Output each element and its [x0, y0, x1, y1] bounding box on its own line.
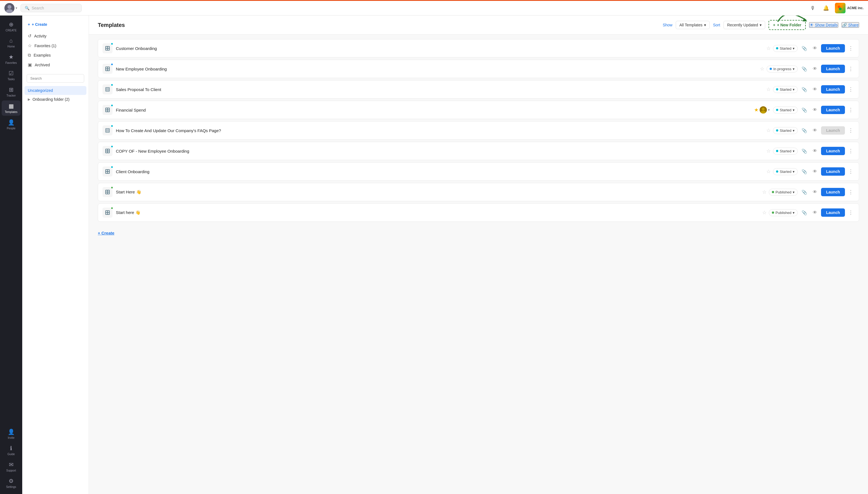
star-button[interactable]: ☆: [766, 86, 771, 92]
star-button[interactable]: ☆: [766, 127, 771, 133]
sidebar-item-support[interactable]: ✉ Support: [2, 459, 21, 474]
share-button[interactable]: 🔗 Share: [842, 22, 859, 28]
preview-icon[interactable]: 👁: [811, 209, 819, 216]
sidebar-item-create[interactable]: ⊕ CREATE: [2, 19, 21, 34]
launch-button[interactable]: Launch: [821, 106, 845, 114]
status-badge[interactable]: Published ▾: [769, 189, 798, 196]
link-icon[interactable]: 📎: [800, 209, 809, 216]
user-dropdown-icon[interactable]: ▾: [768, 108, 770, 112]
show-label[interactable]: Show: [663, 23, 672, 27]
top-search-box[interactable]: 🔍 Search: [21, 4, 82, 12]
status-badge[interactable]: Started ▾: [773, 168, 798, 175]
more-options-button[interactable]: ⋮: [847, 106, 854, 114]
nav-item-favorites[interactable]: ☆ Favorites (1): [24, 41, 86, 51]
avatar-dropdown-icon[interactable]: ▾: [16, 6, 17, 10]
preview-icon[interactable]: 👁: [811, 106, 819, 114]
preview-icon[interactable]: 👁: [811, 168, 819, 175]
sort-label[interactable]: Sort: [713, 23, 720, 27]
sort-dropdown[interactable]: Recently Updated ▾: [724, 21, 765, 29]
link-icon[interactable]: 📎: [800, 45, 809, 52]
template-row: COPY OF - New Employee Onboarding ☆ Star…: [98, 142, 859, 160]
preview-icon[interactable]: 👁: [811, 45, 819, 52]
svg-rect-9: [108, 46, 109, 48]
link-icon[interactable]: 📎: [800, 168, 809, 175]
sidebar-item-templates[interactable]: ▦ Templates: [2, 100, 21, 116]
folder-item-uncategorized[interactable]: Uncategorized: [24, 86, 86, 95]
template-icon: [103, 146, 112, 156]
link-icon[interactable]: 📎: [800, 147, 809, 155]
link-icon[interactable]: 📎: [800, 86, 809, 93]
link-icon[interactable]: 📎: [800, 65, 809, 73]
more-options-button[interactable]: ⋮: [847, 85, 854, 94]
preview-icon[interactable]: 👁: [811, 127, 819, 134]
star-button[interactable]: ☆: [766, 169, 771, 175]
more-options-button[interactable]: ⋮: [847, 188, 854, 196]
more-options-button[interactable]: ⋮: [847, 147, 854, 155]
svg-rect-52: [108, 213, 109, 214]
status-badge[interactable]: Published ▾: [769, 209, 798, 216]
preview-icon[interactable]: 👁: [811, 188, 819, 196]
launch-button[interactable]: Launch: [821, 147, 845, 155]
status-badge[interactable]: In progress ▾: [766, 65, 798, 72]
preview-icon[interactable]: 👁: [811, 65, 819, 72]
new-folder-button[interactable]: + + New Folder: [768, 20, 806, 30]
nav-item-activity[interactable]: ↺ Activity: [24, 31, 86, 41]
sidebar-label-support: Support: [6, 469, 16, 472]
bell-icon[interactable]: 🔔: [821, 4, 831, 13]
user-avatar[interactable]: [4, 3, 15, 13]
launch-button[interactable]: Launch: [821, 167, 845, 176]
star-button[interactable]: ☆: [766, 148, 771, 154]
link-icon[interactable]: 📎: [800, 188, 809, 196]
sidebar-item-tasks[interactable]: ☑ Tasks: [2, 68, 21, 83]
sidebar-item-people[interactable]: 👤 People: [2, 117, 21, 132]
preview-icon[interactable]: 👁: [811, 147, 819, 155]
logo-area[interactable]: ACME inc.: [835, 3, 864, 13]
nav-item-archived[interactable]: ▣ Archived: [24, 60, 86, 70]
more-options-button[interactable]: ⋮: [847, 65, 854, 73]
nav-item-examples[interactable]: ⧉ Examples: [24, 51, 86, 60]
examples-icon: ⧉: [28, 53, 31, 58]
launch-button[interactable]: Launch: [821, 208, 845, 217]
sidebar-item-favorites[interactable]: ★ Favorites: [2, 51, 21, 66]
more-options-button[interactable]: ⋮: [847, 208, 854, 217]
template-icon: [103, 64, 112, 74]
more-options-button[interactable]: ⋮: [847, 44, 854, 53]
new-folder-label: + New Folder: [777, 23, 801, 27]
status-badge[interactable]: Started ▾: [773, 148, 798, 155]
template-row: Start Here 👋 ☆ Published ▾ 📎 👁 Launch ⋮: [98, 183, 859, 201]
preview-icon[interactable]: 👁: [811, 86, 819, 93]
tasks-icon: ☑: [8, 70, 14, 77]
star-button[interactable]: ☆: [766, 45, 771, 51]
show-details-button[interactable]: 👁 Show Details: [809, 22, 838, 28]
svg-rect-39: [106, 170, 107, 171]
sidebar-item-settings[interactable]: ⚙ Settings: [2, 475, 21, 491]
svg-rect-8: [106, 46, 107, 48]
bottom-create-link[interactable]: + Create: [98, 231, 114, 235]
more-options-button[interactable]: ⋮: [847, 167, 854, 176]
sidebar-item-home[interactable]: ⌂ Home: [2, 35, 21, 50]
star-button[interactable]: ☆: [762, 189, 766, 195]
status-badge[interactable]: Started ▾: [773, 127, 798, 134]
status-badge[interactable]: Started ▾: [773, 45, 798, 52]
link-icon[interactable]: 📎: [800, 127, 809, 134]
sidebar-item-invite[interactable]: 👤 Invite: [2, 426, 21, 441]
folder-item-onboarding[interactable]: ▶ Onboarding folder (2): [24, 95, 86, 104]
star-button[interactable]: ☆: [762, 210, 766, 216]
launch-button[interactable]: Launch: [821, 188, 845, 196]
launch-button[interactable]: Launch: [821, 85, 845, 94]
status-badge[interactable]: Started ▾: [773, 86, 798, 93]
all-templates-dropdown[interactable]: All Templates ▾: [676, 21, 710, 29]
template-actions: ☆ Published ▾ 📎 👁 Launch ⋮: [762, 208, 854, 217]
sidebar-item-guide[interactable]: ℹ Guide: [2, 443, 21, 458]
launch-button[interactable]: Launch: [821, 44, 845, 53]
create-button[interactable]: + + Create: [22, 20, 89, 29]
launch-button[interactable]: Launch: [821, 65, 845, 73]
status-badge[interactable]: Started ▾: [773, 107, 798, 114]
microphone-icon[interactable]: 🎙: [808, 4, 817, 13]
link-icon[interactable]: 📎: [800, 106, 809, 114]
sidebar-item-tracker[interactable]: ⊞ Tracker: [2, 84, 21, 99]
folder-search-input[interactable]: [27, 74, 84, 83]
more-options-button[interactable]: ⋮: [847, 126, 854, 135]
star-button[interactable]: ☆: [760, 66, 764, 72]
template-row: Start here 👋 ☆ Published ▾ 📎 👁 Launch ⋮: [98, 204, 859, 222]
